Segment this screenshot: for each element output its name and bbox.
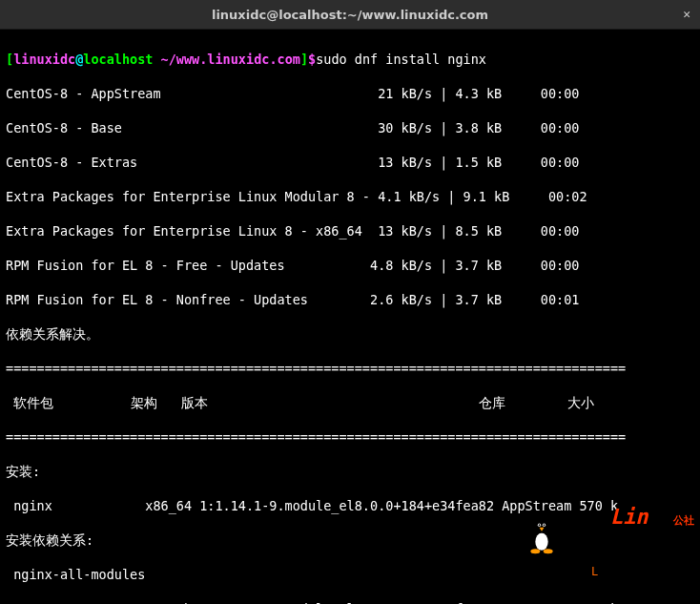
divider: ========================================… (6, 428, 694, 446)
prompt-user: linuxidc (13, 52, 75, 67)
svg-point-1 (535, 533, 547, 551)
repo-line: Extra Packages for Enterprise Linux Modu… (6, 188, 694, 205)
prompt-path: ~/www.linuxidc.com (153, 52, 299, 67)
close-icon[interactable]: ✕ (683, 7, 690, 21)
prompt-lbracket: [ (6, 52, 13, 67)
penguin-icon (525, 516, 558, 554)
deps-resolved: 依赖关系解决。 (6, 325, 694, 343)
prompt-dollar: $ (308, 52, 316, 67)
titlebar: linuxidc@localhost:~/www.linuxidc.com ✕ (0, 0, 700, 30)
repo-line: Extra Packages for Enterprise Linux 8 - … (6, 222, 694, 240)
prompt-line: [linuxidc@localhost ~/www.linuxidc.com]$… (6, 51, 694, 68)
repo-line: CentOS-8 - AppStream 21 kB/s | 4.3 kB 00… (6, 85, 694, 102)
prompt-host: localhost (83, 52, 153, 67)
watermark-brand2: ux (649, 505, 674, 529)
table-header: 软件包 架构 版本 仓库 大小 (6, 394, 694, 411)
repo-line: RPM Fusion for EL 8 - Free - Updates 4.8… (6, 257, 694, 274)
watermark-brand1: Lin (610, 505, 649, 529)
svg-point-9 (544, 549, 553, 553)
window-title: linuxidc@localhost:~/www.linuxidc.com (212, 8, 488, 22)
svg-point-6 (544, 524, 546, 526)
repo-line: RPM Fusion for EL 8 - Nonfree - Updates … (6, 291, 694, 308)
command-text: sudo dnf install nginx (316, 52, 486, 67)
watermark-url: www.Linuxidc.com (564, 566, 694, 577)
terminal-output: [linuxidc@localhost ~/www.linuxidc.com]$… (0, 30, 700, 604)
watermark-cn: 公社 (673, 514, 694, 527)
divider: ========================================… (6, 360, 694, 377)
watermark-text: Linux公社 www.Linuxidc.com (564, 468, 694, 603)
watermark: Linux公社 www.Linuxidc.com (525, 468, 694, 603)
repo-line: CentOS-8 - Extras 13 kB/s | 1.5 kB 00:00 (6, 154, 694, 171)
svg-point-8 (530, 549, 540, 553)
prompt-rbracket: ] (300, 52, 308, 67)
svg-point-5 (539, 524, 541, 526)
repo-line: CentOS-8 - Base 30 kB/s | 3.8 kB 00:00 (6, 119, 694, 136)
